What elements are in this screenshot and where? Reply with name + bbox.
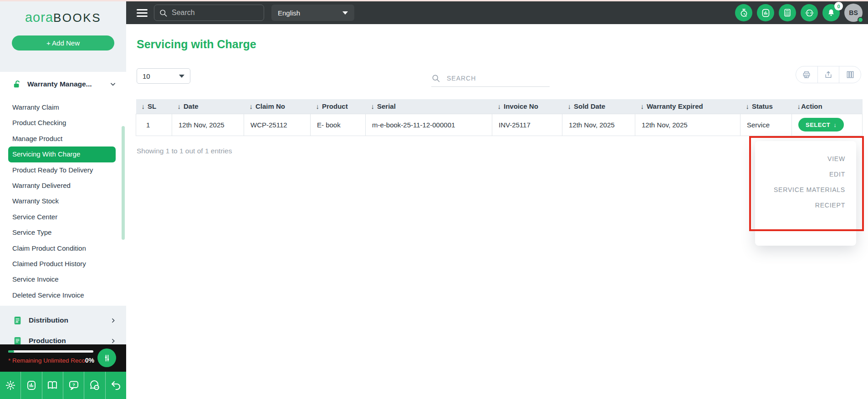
select-button[interactable]: SELECT ↓ bbox=[798, 118, 844, 131]
scan-icon bbox=[805, 8, 814, 18]
chevron-right-icon bbox=[110, 338, 116, 344]
column-header-serial[interactable]: ↓Serial bbox=[366, 99, 492, 114]
online-status-dot bbox=[858, 17, 863, 23]
action-dropdown-menu: VIEW EDIT SERVICE MATERIALS RECIEPT bbox=[755, 141, 856, 246]
time-tracker-button[interactable] bbox=[735, 4, 752, 21]
sidebar-section-label: Production bbox=[29, 337, 66, 345]
global-search-input[interactable] bbox=[172, 9, 259, 17]
documentation-button[interactable] bbox=[42, 372, 63, 399]
column-header-status[interactable]: ↓Status bbox=[740, 99, 792, 114]
column-header-product[interactable]: ↓Product bbox=[311, 99, 366, 114]
sidebar-item-claim-product-condition[interactable]: Claim Product Condition bbox=[0, 241, 126, 256]
sidebar-item-manage-product[interactable]: Manage Product bbox=[0, 131, 126, 146]
column-header-sl[interactable]: ↓SL bbox=[136, 99, 172, 114]
column-header-claim-no[interactable]: ↓Claim No bbox=[244, 99, 311, 114]
table-header-row: ↓SL ↓Date ↓Claim No ↓Product ↓Serial ↓In… bbox=[136, 99, 863, 114]
calculator-button[interactable] bbox=[779, 4, 796, 21]
chevron-down-icon bbox=[110, 81, 116, 87]
sidebar-item-product-ready-to-delivery[interactable]: Product Ready To Delivery bbox=[0, 162, 126, 178]
columns-button[interactable] bbox=[839, 66, 861, 83]
chat-button[interactable] bbox=[84, 372, 105, 399]
page-size-value: 10 bbox=[143, 72, 150, 80]
sidebar-item-product-checking[interactable]: Product Checking bbox=[0, 115, 126, 131]
avatar-initials: BS bbox=[849, 9, 858, 16]
language-select[interactable]: English bbox=[271, 5, 354, 21]
bell-icon bbox=[827, 8, 836, 17]
column-header-sold-date[interactable]: ↓Sold Date bbox=[562, 99, 635, 114]
chevron-right-icon bbox=[110, 318, 116, 323]
user-avatar[interactable]: BS bbox=[844, 4, 863, 22]
preferences-button[interactable] bbox=[97, 348, 116, 367]
sidebar-item-claimed-product-history[interactable]: Claimed Product History bbox=[0, 256, 126, 272]
sidebar-item-warranty-claim[interactable]: Warranty Claim bbox=[0, 100, 126, 115]
cell-product: E- book bbox=[311, 114, 366, 136]
undo-button[interactable] bbox=[106, 372, 126, 399]
sort-icon: ↓ bbox=[498, 102, 501, 110]
chevron-down-icon bbox=[342, 11, 348, 15]
sidebar-section-label: Warranty Manage... bbox=[27, 80, 92, 88]
global-search[interactable] bbox=[154, 5, 264, 21]
sidebar-item-servicing-with-charge[interactable]: Servicing With Charge bbox=[8, 146, 116, 162]
book-icon bbox=[46, 380, 58, 391]
add-new-button[interactable]: + Add New bbox=[12, 35, 114, 51]
column-header-action[interactable]: ↓Action bbox=[792, 99, 863, 114]
logo: aoraBOOKS bbox=[0, 10, 126, 25]
table-search[interactable] bbox=[431, 70, 550, 87]
reports-button[interactable] bbox=[21, 372, 42, 399]
column-header-warranty-expired[interactable]: ↓Warranty Expired bbox=[635, 99, 740, 114]
usage-panel: * Remaining Unlimited Reco0% bbox=[0, 344, 126, 372]
sort-icon: ↓ bbox=[250, 102, 253, 110]
cell-serial: m-e-book-25-11-12-000001 bbox=[366, 114, 492, 136]
question-bubble-icon: ? bbox=[68, 380, 79, 391]
scanner-button[interactable] bbox=[801, 4, 818, 21]
columns-icon bbox=[846, 70, 855, 79]
usage-percent: 0% bbox=[85, 357, 94, 364]
page-size-select[interactable]: 10 bbox=[137, 68, 190, 84]
analytics-button[interactable] bbox=[757, 4, 774, 21]
search-icon bbox=[159, 9, 168, 17]
sidebar-item-service-invoice[interactable]: Service Invoice bbox=[0, 272, 126, 287]
sidebar-section-distribution[interactable]: Distribution bbox=[0, 312, 126, 328]
export-button[interactable] bbox=[818, 66, 840, 83]
menu-item-reciept[interactable]: RECIEPT bbox=[755, 197, 845, 213]
calculator-icon bbox=[783, 8, 792, 17]
print-button[interactable] bbox=[796, 66, 818, 83]
cell-warranty-expired: 12th Nov, 2025 bbox=[635, 114, 740, 136]
sidebar-section-label: Distribution bbox=[29, 316, 68, 324]
sidebar-scrollbar[interactable] bbox=[122, 126, 125, 240]
sliders-icon bbox=[102, 353, 112, 363]
notification-badge: 0 bbox=[834, 2, 843, 10]
usage-progress-fill bbox=[8, 350, 14, 353]
chevron-down-icon bbox=[179, 75, 184, 78]
sidebar-section-warranty-management[interactable]: Warranty Manage... bbox=[0, 72, 126, 96]
sidebar-item-service-center[interactable]: Service Center bbox=[0, 209, 126, 225]
sidebar-item-deleted-service-invoice[interactable]: Deleted Service Invoice bbox=[0, 288, 126, 303]
column-header-date[interactable]: ↓Date bbox=[172, 99, 244, 114]
sidebar-item-warranty-delivered[interactable]: Warranty Delivered bbox=[0, 178, 126, 193]
undo-icon bbox=[110, 380, 122, 391]
sidebar-item-service-type[interactable]: Service Type bbox=[0, 225, 126, 240]
top-accent-line bbox=[0, 0, 868, 1]
topbar-actions: 0 BS bbox=[735, 4, 863, 22]
settings-button[interactable] bbox=[0, 372, 21, 399]
menu-item-edit[interactable]: EDIT bbox=[755, 167, 845, 182]
menu-icon[interactable] bbox=[137, 7, 148, 19]
menu-item-view[interactable]: VIEW bbox=[755, 151, 845, 167]
sidebar-bottom-toolbar: ? bbox=[0, 372, 126, 399]
printer-icon bbox=[802, 70, 811, 79]
sort-icon: ↓ bbox=[371, 102, 375, 110]
document-icon bbox=[14, 337, 21, 345]
sidebar-item-warranty-stock[interactable]: Warranty Stock bbox=[0, 193, 126, 209]
menu-item-service-materials[interactable]: SERVICE MATERIALS bbox=[755, 182, 845, 197]
gear-icon bbox=[5, 380, 16, 391]
topbar: English bbox=[126, 1, 868, 24]
table-search-input[interactable] bbox=[447, 75, 550, 82]
cell-status: Service bbox=[740, 114, 792, 136]
page-title: Servicing with Charge bbox=[137, 38, 256, 51]
sort-icon: ↓ bbox=[746, 102, 750, 110]
notifications-button[interactable]: 0 bbox=[822, 4, 840, 21]
help-button[interactable]: ? bbox=[63, 372, 84, 399]
column-header-invoice-no[interactable]: ↓Invoice No bbox=[492, 99, 562, 114]
lock-open-icon bbox=[13, 80, 21, 89]
sidebar: aoraBOOKS + Add New Warranty Manage... W… bbox=[0, 0, 126, 399]
